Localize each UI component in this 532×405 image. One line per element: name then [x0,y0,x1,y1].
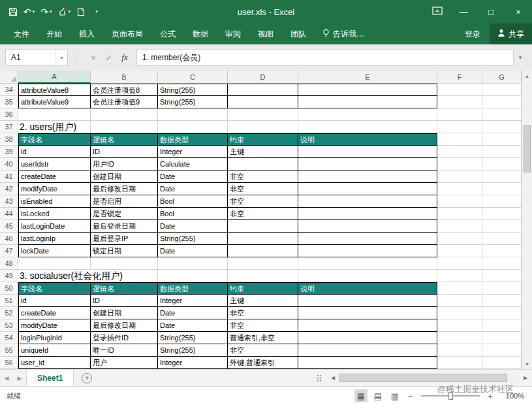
cell-C56[interactable]: Integer [158,357,228,369]
row-header-54[interactable]: 54 [0,332,18,344]
cell-D43[interactable]: 非空 [228,195,298,208]
cell-C42[interactable]: Date [158,183,228,195]
cell-G45[interactable] [482,220,522,233]
cell-E41[interactable] [298,170,437,183]
cell-E45[interactable] [298,220,437,233]
cell-B37[interactable] [91,121,158,133]
column-header-C[interactable]: C [158,71,228,84]
cell-C35[interactable]: String(255) [158,96,228,108]
column-header-A[interactable]: A [18,71,91,84]
scroll-left-icon[interactable]: ◀ [328,375,338,381]
tell-me-button[interactable]: 告诉我… [315,24,372,44]
column-header-E[interactable]: E [298,71,437,84]
cell-D34[interactable] [228,84,298,96]
cell-F45[interactable] [437,220,482,233]
cell-B45[interactable]: 最后登录日期 [91,220,158,233]
cell-B39[interactable]: ID [91,146,158,158]
cell-B51[interactable]: ID [91,295,158,307]
undo-button[interactable]: ↶ ▾ [22,3,37,20]
row-header-42[interactable]: 42 [0,183,18,195]
scroll-up-icon[interactable]: ▲ [522,71,532,81]
ribbon-tab-data[interactable]: 数据 [184,24,217,44]
cell-E54[interactable] [298,332,437,344]
ribbon-tab-home[interactable]: 开始 [38,24,70,44]
page-break-view-button[interactable]: ▥ [388,389,401,402]
horizontal-scrollbar[interactable] [338,374,520,383]
cancel-button[interactable]: × [86,49,101,66]
cell-C46[interactable]: String(255) [158,233,228,245]
cell-C37[interactable] [158,121,228,133]
cell-G47[interactable] [482,245,522,257]
row-header-36[interactable]: 36 [0,108,18,121]
column-header-B[interactable]: B [91,71,158,84]
cell-E37[interactable] [298,121,437,133]
tab-splitter-grip[interactable] [317,374,322,382]
cell-B43[interactable]: 是否启用 [91,195,158,208]
cell-G39[interactable] [482,146,522,158]
cell-C47[interactable]: Date [158,245,228,257]
zoom-out-button[interactable]: − [405,391,416,401]
cell-C40[interactable]: Calculate [158,158,228,170]
cell-E35[interactable] [298,96,437,108]
horizontal-scroll-thumb[interactable] [339,374,507,382]
cell-D42[interactable]: 非空 [228,183,298,195]
cell-E43[interactable] [298,195,437,208]
cell-G49[interactable] [482,270,522,282]
ribbon-tab-view[interactable]: 视图 [249,24,282,44]
cell-C34[interactable]: String(255) [158,84,228,96]
cell-E47[interactable] [298,245,437,257]
sheet-tab-sheet1[interactable]: Sheet1 [26,370,74,386]
cell-A53[interactable]: modifyDate [18,319,91,332]
cell-F37[interactable] [437,121,482,133]
cell-C45[interactable]: Date [158,220,228,233]
cell-B41[interactable]: 创建日期 [91,170,158,183]
cell-A35[interactable]: attributeValue9 [18,96,91,108]
cell-B38[interactable]: 逻辑名 [91,133,158,146]
cell-D40[interactable] [228,158,298,170]
document-button[interactable] [74,3,87,20]
enter-button[interactable]: ✓ [101,49,117,66]
cell-E39[interactable] [298,146,437,158]
cell-F49[interactable] [437,270,482,282]
scroll-right-icon[interactable]: ▶ [520,375,531,381]
cell-G40[interactable] [482,158,522,170]
cell-G37[interactable] [482,121,522,133]
cell-F36[interactable] [437,108,482,121]
row-header-55[interactable]: 55 [0,344,18,357]
ribbon-tab-insert[interactable]: 插入 [70,24,103,44]
cell-G52[interactable] [482,307,522,319]
cell-E48[interactable] [298,257,437,270]
cell-A46[interactable]: lastLoginIp [18,233,91,245]
column-header-F[interactable]: F [437,71,482,84]
cell-A51[interactable]: id [18,295,91,307]
cell-A41[interactable]: createDate [18,170,91,183]
cell-F47[interactable] [437,245,482,257]
insert-function-button[interactable]: fx [117,49,133,66]
cell-F44[interactable] [437,208,482,220]
cell-A47[interactable]: lockDate [18,245,91,257]
cell-G38[interactable] [482,133,522,146]
vertical-scrollbar[interactable]: ▲ ▼ [522,71,532,369]
cell-D38[interactable]: 约束 [228,133,298,146]
cell-F41[interactable] [437,170,482,183]
cell-C53[interactable]: Date [158,319,228,332]
vertical-scroll-thumb[interactable] [524,125,531,172]
cell-C39[interactable]: Integer [158,146,228,158]
cell-B42[interactable]: 最后修改日期 [91,183,158,195]
cell-G53[interactable] [482,319,522,332]
cell-D44[interactable]: 非空 [228,208,298,220]
cell-E36[interactable] [298,108,437,121]
cell-B50[interactable]: 逻辑名 [91,282,158,295]
cell-G36[interactable] [482,108,522,121]
cell-F39[interactable] [437,146,482,158]
expand-formula-bar-icon[interactable]: ▾ [514,54,527,61]
cell-A54[interactable]: loginPluginId [18,332,91,344]
cell-D39[interactable]: 主键 [228,146,298,158]
cell-D50[interactable]: 约束 [228,282,298,295]
cell-F55[interactable] [437,344,482,357]
pen-cup-button[interactable]: ▾ [56,3,73,20]
cell-G50[interactable] [482,282,522,295]
cell-E46[interactable] [298,233,437,245]
row-header-41[interactable]: 41 [0,170,18,183]
cell-F48[interactable] [437,257,482,270]
